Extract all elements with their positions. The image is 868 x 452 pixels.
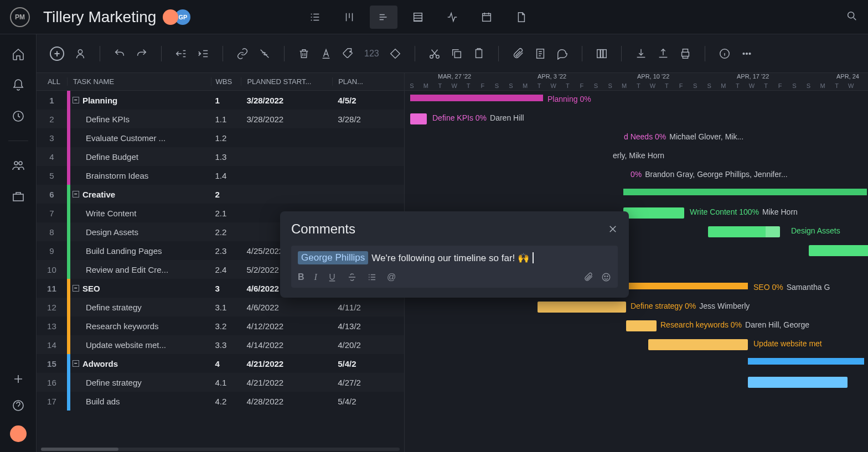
gantt-bar[interactable]	[708, 226, 780, 237]
undo-icon[interactable]	[113, 48, 126, 60]
mention-tag[interactable]: George Phillips	[298, 251, 368, 264]
plus-icon[interactable]	[12, 372, 25, 386]
view-file[interactable]	[507, 6, 535, 29]
task-name-cell[interactable]: Update website met...	[70, 340, 211, 350]
end-cell[interactable]: 5/4/2	[332, 397, 404, 406]
task-row[interactable]: 2 Define KPIs 1.1 3/28/2022 3/28/2	[37, 110, 404, 128]
underline-button[interactable]	[327, 272, 337, 282]
task-row[interactable]: 3 Evaluate Customer ... 1.2	[37, 128, 404, 147]
comment-icon[interactable]	[556, 48, 569, 60]
col-planned-start[interactable]: PLANNED START...	[241, 77, 332, 86]
avatar-1[interactable]	[163, 9, 178, 25]
copy-icon[interactable]	[451, 48, 463, 60]
task-name-cell[interactable]: Brainstorm Ideas	[70, 171, 211, 180]
start-cell[interactable]: 4/14/2022	[241, 340, 332, 350]
help-icon[interactable]	[12, 399, 25, 412]
end-cell[interactable]: 5/4/2	[332, 359, 404, 368]
project-title[interactable]: Tillery Marketing	[43, 8, 156, 26]
start-cell[interactable]: 4/28/2022	[241, 397, 332, 406]
indent-icon[interactable]	[197, 48, 209, 60]
start-cell[interactable]: 4/12/2022	[241, 321, 332, 331]
task-row[interactable]: 13 Research keywords 3.2 4/12/2022 4/13/…	[37, 316, 404, 335]
col-planned-end[interactable]: PLAN...	[332, 77, 404, 86]
col-all[interactable]: ALL	[37, 77, 67, 86]
gantt-bar[interactable]	[410, 95, 543, 101]
info-icon[interactable]	[719, 48, 731, 60]
task-name-cell[interactable]: Evaluate Customer ...	[70, 133, 211, 143]
task-name-cell[interactable]: Define Budget	[70, 152, 211, 162]
task-name-cell[interactable]: Define strategy	[70, 378, 211, 387]
gantt-bar[interactable]	[648, 339, 748, 350]
task-name-cell[interactable]: Write Content	[70, 209, 211, 218]
gantt-bar[interactable]	[623, 207, 684, 219]
task-row[interactable]: 4 Define Budget 1.3	[37, 147, 404, 166]
at-button[interactable]: @	[387, 272, 396, 282]
task-row[interactable]: 6 −Creative 2	[37, 185, 404, 204]
notes-icon[interactable]	[534, 48, 546, 60]
italic-button[interactable]: I	[314, 272, 317, 282]
end-cell[interactable]: 4/13/2	[332, 321, 404, 331]
collapse-icon[interactable]: −	[73, 360, 79, 367]
end-cell[interactable]: 4/27/2	[332, 378, 404, 387]
task-name-cell[interactable]: −Adwords	[70, 359, 211, 368]
cut-icon[interactable]	[428, 48, 441, 60]
bold-button[interactable]: B	[298, 272, 304, 282]
paste-icon[interactable]	[473, 48, 485, 60]
text-color-icon[interactable]	[320, 48, 332, 60]
collapse-icon[interactable]: −	[73, 191, 79, 198]
end-cell[interactable]: 4/11/2	[332, 303, 404, 312]
bell-icon[interactable]	[12, 79, 25, 92]
start-cell[interactable]: 4/6/2022	[241, 303, 332, 312]
gantt-bar[interactable]	[748, 358, 864, 365]
add-task-button[interactable]: +	[50, 46, 64, 61]
unlink-icon[interactable]	[259, 48, 271, 60]
task-name-cell[interactable]: Review and Edit Cre...	[70, 265, 211, 274]
task-name-cell[interactable]: Build Landing Pages	[70, 246, 211, 256]
member-avatars[interactable]: GP	[166, 9, 190, 25]
col-wbs[interactable]: WBS	[211, 77, 241, 86]
task-row[interactable]: 5 Brainstorm Ideas 1.4	[37, 166, 404, 185]
diamond-icon[interactable]	[389, 48, 401, 60]
end-cell[interactable]: 3/28/2	[332, 115, 404, 124]
view-sheet[interactable]	[404, 6, 432, 29]
attach-button[interactable]	[583, 272, 593, 282]
outdent-icon[interactable]	[175, 48, 187, 60]
task-name-cell[interactable]: Define strategy	[70, 303, 211, 312]
gantt-bar[interactable]	[809, 245, 868, 256]
gantt-bar[interactable]	[410, 113, 427, 124]
task-name-cell[interactable]: −Planning	[70, 96, 211, 105]
briefcase-icon[interactable]	[12, 190, 25, 203]
start-cell[interactable]: 3/28/2022	[241, 96, 332, 105]
task-row[interactable]: 14 Update website met... 3.3 4/14/2022 4…	[37, 335, 404, 354]
comment-input[interactable]: George Phillips We're following our time…	[291, 246, 618, 288]
gantt-bar[interactable]	[626, 320, 657, 331]
list-button[interactable]	[367, 272, 377, 282]
link-icon[interactable]	[236, 48, 249, 60]
clock-icon[interactable]	[12, 110, 25, 123]
collapse-icon[interactable]: −	[73, 285, 79, 292]
gantt-bar[interactable]	[748, 377, 848, 388]
task-row[interactable]: 1 −Planning 1 3/28/2022 4/5/2	[37, 91, 404, 110]
grid-scrollbar[interactable]	[41, 448, 400, 451]
task-name-cell[interactable]: Build ads	[70, 397, 211, 406]
gantt-bar[interactable]	[538, 302, 626, 313]
task-name-cell[interactable]: −Creative	[70, 190, 211, 199]
task-name-cell[interactable]: −SEO	[70, 284, 211, 293]
search-icon[interactable]	[846, 10, 858, 24]
export-icon[interactable]	[657, 48, 669, 60]
redo-icon[interactable]	[136, 48, 148, 60]
home-icon[interactable]	[12, 48, 25, 61]
task-row[interactable]: 12 Define strategy 3.1 4/6/2022 4/11/2	[37, 298, 404, 316]
end-cell[interactable]: 4/20/2	[332, 340, 404, 350]
view-gantt[interactable]	[370, 6, 397, 29]
emoji-button[interactable]	[601, 272, 611, 282]
task-row[interactable]: 15 −Adwords 4 4/21/2022 5/4/2	[37, 354, 404, 373]
strike-button[interactable]	[347, 272, 357, 282]
gantt-bar[interactable]	[623, 189, 867, 195]
task-name-cell[interactable]: Research keywords	[70, 321, 211, 331]
task-row[interactable]: 17 Build ads 4.2 4/28/2022 5/4/2	[37, 392, 404, 411]
view-calendar[interactable]	[473, 6, 500, 29]
start-cell[interactable]: 4/21/2022	[241, 378, 332, 387]
logo[interactable]: PM	[10, 7, 30, 27]
columns-icon[interactable]	[596, 48, 608, 60]
